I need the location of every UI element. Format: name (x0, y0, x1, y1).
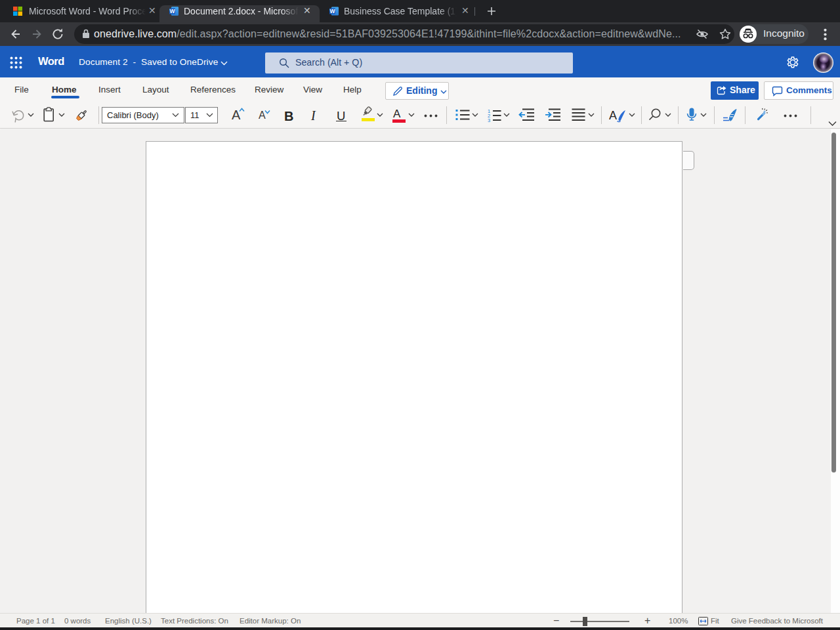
svg-text:3: 3 (488, 117, 490, 123)
svg-text:W: W (329, 8, 335, 14)
svg-text:A: A (609, 109, 617, 122)
svg-text:W: W (169, 8, 175, 14)
